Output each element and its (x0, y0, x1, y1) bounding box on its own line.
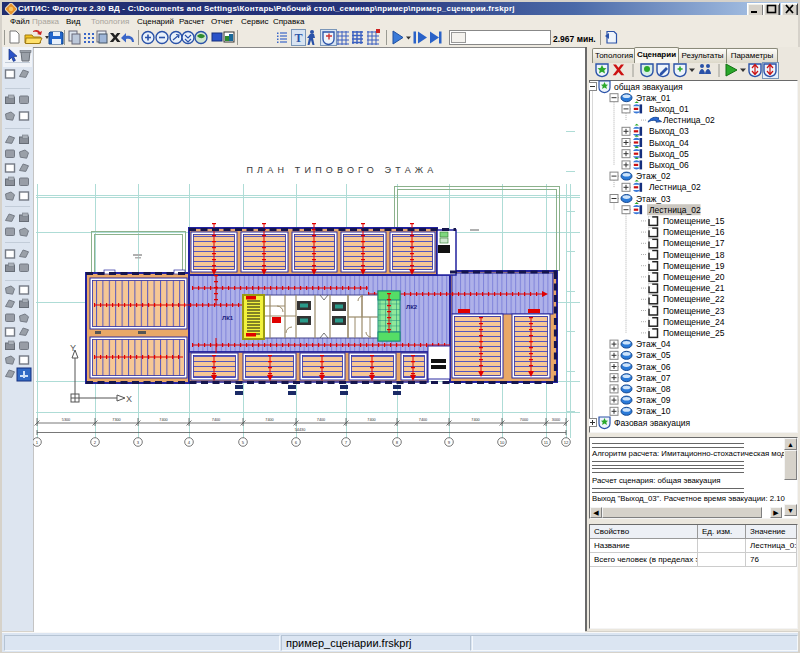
svg-text:7400: 7400 (317, 418, 325, 422)
svg-text:Фазовая эвакуация: Фазовая эвакуация (614, 418, 691, 428)
svg-text:Помещение_15: Помещение_15 (663, 216, 725, 226)
svg-text:7400: 7400 (159, 418, 167, 422)
svg-text:Лестница_02: Лестница_02 (649, 182, 701, 192)
svg-text:7400: 7400 (265, 418, 273, 422)
svg-text:Y: Y (70, 343, 76, 353)
svg-text:2.967 мин.: 2.967 мин. (553, 34, 596, 44)
svg-text:Выход_03: Выход_03 (649, 126, 689, 136)
svg-text:Помещение_16: Помещение_16 (663, 227, 725, 237)
svg-text:Помещение_19: Помещение_19 (663, 261, 725, 271)
svg-text:Этаж_06: Этаж_06 (636, 362, 671, 372)
svg-text:ЛК1: ЛК1 (222, 315, 234, 321)
svg-text:Этаж_10: Этаж_10 (636, 406, 671, 416)
svg-text:7000: 7000 (520, 418, 528, 422)
svg-text:Этаж_03: Этаж_03 (636, 194, 671, 204)
svg-text:Выход_06: Выход_06 (649, 160, 689, 170)
svg-text:Помещение_18: Помещение_18 (663, 250, 725, 260)
svg-text:Помещение_20: Помещение_20 (663, 272, 725, 282)
svg-text:Выход_05: Выход_05 (649, 149, 689, 159)
svg-text:54430: 54430 (295, 428, 306, 432)
svg-text:12: 12 (564, 440, 569, 445)
svg-text:общая эвакуация: общая эвакуация (614, 82, 683, 92)
svg-text:Этаж_05: Этаж_05 (636, 350, 671, 360)
svg-text:T: T (294, 31, 302, 45)
svg-text:Помещение_23: Помещение_23 (663, 306, 725, 316)
svg-text:Этаж_04: Этаж_04 (636, 339, 671, 349)
svg-text:Лестница_02: Лестница_02 (663, 115, 715, 125)
svg-text:7300: 7300 (112, 418, 120, 422)
svg-text:7400: 7400 (212, 418, 220, 422)
svg-text:3000: 3000 (552, 418, 560, 422)
svg-text:5300: 5300 (62, 418, 70, 422)
svg-text:Лестница_02: Лестница_02 (649, 205, 701, 215)
svg-text:7400: 7400 (471, 418, 479, 422)
svg-text:Этаж_02: Этаж_02 (636, 171, 671, 181)
svg-text:Этаж_01: Этаж_01 (636, 93, 671, 103)
svg-text:Этаж_08: Этаж_08 (636, 384, 671, 394)
svg-text:Помещение_22: Помещение_22 (663, 294, 725, 304)
svg-text:ПЛАН ТИПОВОГО ЭТАЖА: ПЛАН ТИПОВОГО ЭТАЖА (246, 165, 437, 175)
svg-text:Выход_04: Выход_04 (649, 138, 689, 148)
svg-text:11: 11 (544, 440, 549, 445)
svg-text:ЛК2: ЛК2 (406, 304, 418, 310)
svg-text:Выход_01: Выход_01 (649, 104, 689, 114)
svg-text:Этаж_09: Этаж_09 (636, 395, 671, 405)
svg-text:Этаж_07: Этаж_07 (636, 373, 671, 383)
svg-text:Помещение_21: Помещение_21 (663, 283, 725, 293)
svg-text:Помещение_17: Помещение_17 (663, 238, 725, 248)
svg-text:10: 10 (500, 440, 505, 445)
svg-text:7400: 7400 (419, 418, 427, 422)
svg-text:Помещение_24: Помещение_24 (663, 317, 725, 327)
svg-text:X: X (126, 394, 132, 404)
svg-text:7400: 7400 (367, 418, 375, 422)
svg-text:Помещение_25: Помещение_25 (663, 328, 725, 338)
